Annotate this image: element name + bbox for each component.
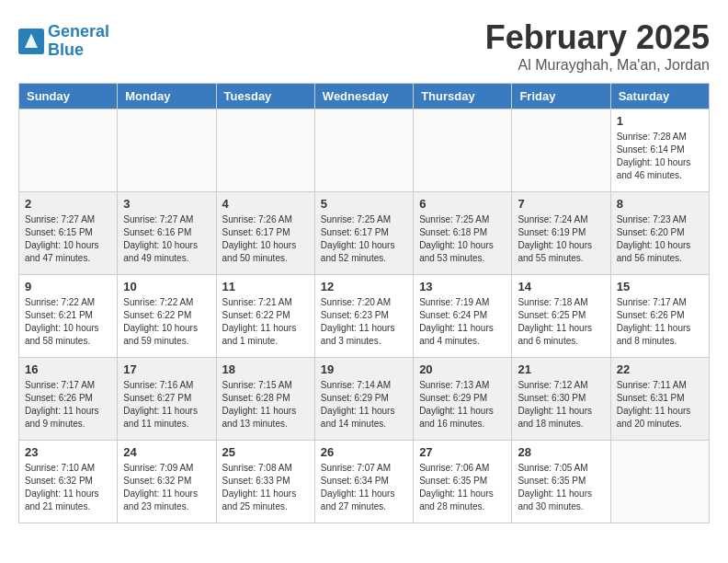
day-number: 15	[617, 280, 703, 293]
calendar-day: 27Sunrise: 7:06 AM Sunset: 6:35 PM Dayli…	[414, 441, 512, 523]
calendar-day: 3Sunrise: 7:27 AM Sunset: 6:16 PM Daylig…	[118, 192, 216, 275]
day-number: 17	[123, 362, 210, 376]
calendar-day: 14Sunrise: 7:18 AM Sunset: 6:25 PM Dayli…	[512, 275, 610, 358]
calendar-day: 2Sunrise: 7:27 AM Sunset: 6:15 PM Daylig…	[19, 192, 118, 275]
day-number: 13	[419, 280, 506, 293]
day-info: Sunrise: 7:16 AM Sunset: 6:27 PM Dayligh…	[123, 379, 210, 431]
day-number: 12	[321, 280, 407, 293]
day-info: Sunrise: 7:14 AM Sunset: 6:29 PM Dayligh…	[321, 379, 407, 431]
calendar-week-2: 2Sunrise: 7:27 AM Sunset: 6:15 PM Daylig…	[19, 192, 710, 275]
day-number: 22	[617, 362, 703, 376]
calendar-day: 23Sunrise: 7:10 AM Sunset: 6:32 PM Dayli…	[19, 441, 118, 523]
day-number: 18	[222, 362, 309, 376]
header: General Blue February 2025 Al Murayghah,…	[18, 18, 710, 74]
day-info: Sunrise: 7:08 AM Sunset: 6:33 PM Dayligh…	[222, 462, 309, 513]
day-info: Sunrise: 7:13 AM Sunset: 6:29 PM Dayligh…	[419, 379, 506, 431]
day-info: Sunrise: 7:11 AM Sunset: 6:31 PM Dayligh…	[617, 379, 703, 431]
day-info: Sunrise: 7:20 AM Sunset: 6:23 PM Dayligh…	[321, 296, 407, 348]
calendar-day: 1Sunrise: 7:28 AM Sunset: 6:14 PM Daylig…	[610, 109, 709, 192]
calendar-day	[19, 109, 118, 192]
calendar-day: 4Sunrise: 7:26 AM Sunset: 6:17 PM Daylig…	[216, 192, 314, 275]
calendar-day	[512, 109, 610, 192]
calendar-day: 6Sunrise: 7:25 AM Sunset: 6:18 PM Daylig…	[414, 192, 512, 275]
day-number: 21	[518, 362, 604, 376]
day-number: 14	[518, 280, 604, 293]
calendar-day: 20Sunrise: 7:13 AM Sunset: 6:29 PM Dayli…	[414, 358, 512, 441]
day-number: 19	[321, 362, 407, 376]
day-header-monday: Monday	[118, 84, 216, 109]
day-info: Sunrise: 7:22 AM Sunset: 6:22 PM Dayligh…	[123, 296, 210, 348]
day-number: 25	[222, 445, 309, 459]
day-header-thursday: Thursday	[414, 84, 512, 109]
calendar-day	[610, 441, 709, 523]
calendar-day	[118, 109, 216, 192]
day-info: Sunrise: 7:09 AM Sunset: 6:32 PM Dayligh…	[123, 462, 210, 513]
logo-text: General Blue	[48, 23, 109, 60]
day-number: 6	[419, 197, 506, 211]
calendar-day: 13Sunrise: 7:19 AM Sunset: 6:24 PM Dayli…	[414, 275, 512, 358]
calendar-day: 12Sunrise: 7:20 AM Sunset: 6:23 PM Dayli…	[314, 275, 413, 358]
day-number: 23	[25, 445, 111, 459]
calendar-day	[314, 109, 413, 192]
calendar-day: 18Sunrise: 7:15 AM Sunset: 6:28 PM Dayli…	[216, 358, 314, 441]
logo: General Blue	[18, 23, 109, 60]
day-info: Sunrise: 7:17 AM Sunset: 6:26 PM Dayligh…	[617, 296, 703, 348]
calendar-day: 15Sunrise: 7:17 AM Sunset: 6:26 PM Dayli…	[610, 275, 709, 358]
day-info: Sunrise: 7:18 AM Sunset: 6:25 PM Dayligh…	[518, 296, 604, 348]
day-number: 9	[25, 280, 111, 293]
day-info: Sunrise: 7:12 AM Sunset: 6:30 PM Dayligh…	[518, 379, 604, 431]
day-info: Sunrise: 7:19 AM Sunset: 6:24 PM Dayligh…	[419, 296, 506, 348]
calendar-day	[216, 109, 314, 192]
day-header-saturday: Saturday	[610, 84, 709, 109]
logo-line2: Blue	[48, 40, 84, 59]
day-number: 5	[321, 197, 407, 211]
day-info: Sunrise: 7:21 AM Sunset: 6:22 PM Dayligh…	[222, 296, 309, 348]
logo-line1: General	[48, 22, 109, 40]
day-info: Sunrise: 7:15 AM Sunset: 6:28 PM Dayligh…	[222, 379, 309, 431]
day-number: 26	[321, 445, 407, 459]
calendar-week-3: 9Sunrise: 7:22 AM Sunset: 6:21 PM Daylig…	[19, 275, 710, 358]
day-info: Sunrise: 7:10 AM Sunset: 6:32 PM Dayligh…	[25, 462, 111, 513]
calendar-day: 22Sunrise: 7:11 AM Sunset: 6:31 PM Dayli…	[610, 358, 709, 441]
day-number: 4	[222, 197, 309, 211]
day-number: 8	[617, 197, 703, 211]
day-info: Sunrise: 7:28 AM Sunset: 6:14 PM Dayligh…	[617, 131, 703, 182]
calendar-day: 24Sunrise: 7:09 AM Sunset: 6:32 PM Dayli…	[118, 441, 216, 523]
day-header-tuesday: Tuesday	[216, 84, 314, 109]
day-info: Sunrise: 7:24 AM Sunset: 6:19 PM Dayligh…	[518, 213, 604, 265]
day-info: Sunrise: 7:17 AM Sunset: 6:26 PM Dayligh…	[25, 379, 111, 431]
day-number: 7	[518, 197, 604, 211]
day-info: Sunrise: 7:22 AM Sunset: 6:21 PM Dayligh…	[25, 296, 111, 348]
day-number: 27	[419, 445, 506, 459]
month-title: February 2025	[485, 18, 710, 57]
calendar-day: 26Sunrise: 7:07 AM Sunset: 6:34 PM Dayli…	[314, 441, 413, 523]
calendar-day: 9Sunrise: 7:22 AM Sunset: 6:21 PM Daylig…	[19, 275, 118, 358]
day-info: Sunrise: 7:27 AM Sunset: 6:16 PM Dayligh…	[123, 213, 210, 265]
calendar-day: 17Sunrise: 7:16 AM Sunset: 6:27 PM Dayli…	[118, 358, 216, 441]
calendar-day: 7Sunrise: 7:24 AM Sunset: 6:19 PM Daylig…	[512, 192, 610, 275]
calendar-week-4: 16Sunrise: 7:17 AM Sunset: 6:26 PM Dayli…	[19, 358, 710, 441]
day-number: 1	[617, 114, 703, 128]
day-number: 20	[419, 362, 506, 376]
day-header-sunday: Sunday	[19, 84, 118, 109]
day-number: 24	[123, 445, 210, 459]
day-info: Sunrise: 7:06 AM Sunset: 6:35 PM Dayligh…	[419, 462, 506, 513]
day-info: Sunrise: 7:05 AM Sunset: 6:35 PM Dayligh…	[518, 462, 604, 513]
calendar-day: 19Sunrise: 7:14 AM Sunset: 6:29 PM Dayli…	[314, 358, 413, 441]
calendar-day: 21Sunrise: 7:12 AM Sunset: 6:30 PM Dayli…	[512, 358, 610, 441]
calendar-day: 8Sunrise: 7:23 AM Sunset: 6:20 PM Daylig…	[610, 192, 709, 275]
day-number: 10	[123, 280, 210, 293]
day-info: Sunrise: 7:25 AM Sunset: 6:17 PM Dayligh…	[321, 213, 407, 265]
day-number: 11	[222, 280, 309, 293]
calendar-day: 28Sunrise: 7:05 AM Sunset: 6:35 PM Dayli…	[512, 441, 610, 523]
logo-icon	[18, 29, 44, 54]
day-info: Sunrise: 7:07 AM Sunset: 6:34 PM Dayligh…	[321, 462, 407, 513]
day-number: 2	[25, 197, 111, 211]
calendar-day: 16Sunrise: 7:17 AM Sunset: 6:26 PM Dayli…	[19, 358, 118, 441]
day-number: 16	[25, 362, 111, 376]
day-number: 3	[123, 197, 210, 211]
calendar-header-row: SundayMondayTuesdayWednesdayThursdayFrid…	[19, 84, 710, 109]
day-header-wednesday: Wednesday	[314, 84, 413, 109]
title-section: February 2025 Al Murayghah, Ma'an, Jorda…	[485, 18, 710, 74]
calendar: SundayMondayTuesdayWednesdayThursdayFrid…	[18, 83, 710, 523]
